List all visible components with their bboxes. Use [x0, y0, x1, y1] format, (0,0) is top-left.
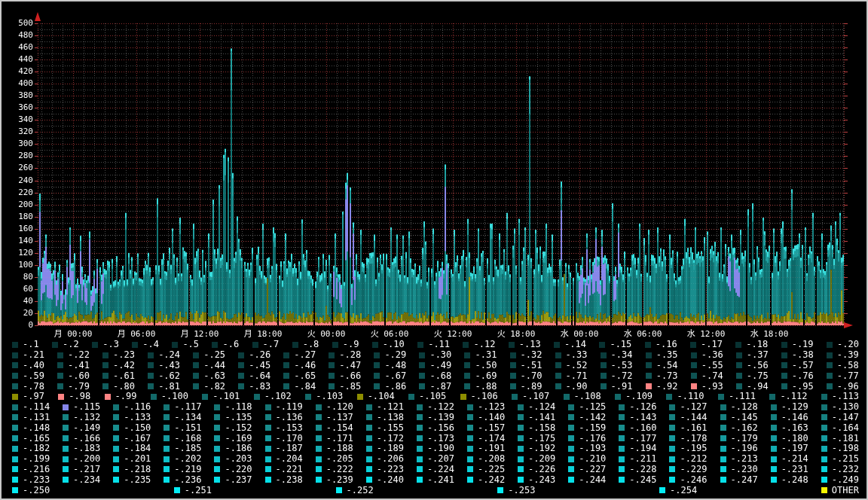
legend-item: -.170 — [265, 434, 303, 444]
legend-label: -.86 — [384, 382, 406, 392]
legend-swatch — [619, 466, 625, 472]
legend-label: -.234 — [73, 475, 100, 485]
legend-label: -.193 — [579, 444, 606, 453]
legend-label: -.157 — [478, 423, 505, 433]
legend-item: -.28 — [329, 350, 361, 360]
legend-item: -.247 — [720, 475, 758, 485]
legend-item: -.114 — [12, 402, 50, 412]
legend-swatch — [366, 435, 372, 441]
legend-swatch — [63, 477, 69, 483]
legend-label: -.121 — [377, 402, 404, 412]
legend-swatch — [238, 352, 244, 358]
legend-label: -.55 — [701, 361, 723, 370]
legend-item: -.30 — [419, 350, 451, 360]
legend-label: -.145 — [731, 413, 758, 422]
legend-item: -.106 — [460, 392, 498, 401]
legend-swatch — [827, 362, 833, 368]
legend-swatch — [164, 466, 170, 472]
legend-swatch — [568, 425, 574, 431]
legend-swatch — [12, 487, 18, 493]
legend-swatch — [417, 435, 423, 441]
legend-label: -.135 — [225, 413, 252, 422]
legend-row: -.216-.217-.218-.219-.220-.221-.222-.223… — [2, 465, 866, 475]
legend-swatch — [283, 373, 289, 379]
legend-label: -.11 — [428, 340, 450, 349]
legend-item: -.7 — [252, 340, 280, 349]
legend-item: -.254 — [659, 486, 697, 495]
legend-swatch — [691, 373, 697, 379]
legend-item: -.45 — [238, 361, 270, 370]
legend-label: -.196 — [731, 444, 758, 453]
legend-label: -.123 — [478, 402, 505, 412]
legend-item: -.130 — [821, 402, 859, 412]
legend-item: -.23 — [102, 350, 135, 360]
legend-label: -.164 — [832, 423, 859, 433]
legend-item: -.26 — [238, 350, 270, 360]
legend-item: -.25 — [193, 350, 225, 360]
legend-item: -.68 — [419, 371, 451, 381]
legend-item: -.193 — [568, 444, 606, 453]
legend-label: -.13 — [519, 340, 541, 349]
legend-label: -.178 — [680, 434, 707, 444]
legend-swatch — [781, 352, 787, 358]
legend-label: -.87 — [429, 382, 451, 392]
legend-item: -.83 — [238, 382, 270, 392]
legend-label: -.191 — [478, 444, 505, 453]
legend-label: -.3 — [102, 340, 119, 349]
legend-label: -.171 — [326, 434, 353, 444]
legend-swatch — [669, 477, 675, 483]
legend-swatch — [736, 383, 742, 389]
legend-label: -.88 — [475, 382, 497, 392]
legend-item: -.109 — [615, 392, 653, 401]
legend-label: -.2 — [63, 340, 79, 349]
legend-item: -.164 — [821, 423, 859, 433]
legend-label: -.165 — [23, 434, 50, 444]
legend-item: -.81 — [148, 382, 180, 392]
legend-label: -.139 — [427, 413, 454, 422]
legend-item: -.219 — [164, 465, 201, 474]
legend-swatch — [265, 425, 271, 431]
legend-swatch — [113, 435, 119, 441]
legend-item: -.179 — [720, 434, 758, 444]
legend-label: -.128 — [731, 402, 758, 412]
legend-label: -.146 — [781, 413, 808, 422]
legend-swatch — [669, 446, 675, 452]
legend-item: -.65 — [283, 371, 316, 381]
legend-swatch — [720, 456, 726, 462]
legend-swatch — [172, 342, 178, 348]
legend-swatch — [568, 435, 574, 441]
y-tick-label: 400 — [2, 79, 33, 88]
legend-swatch — [718, 394, 724, 400]
legend-item: -.152 — [214, 423, 252, 433]
legend-item: -.216 — [12, 465, 50, 474]
legend-label: -.67 — [384, 371, 406, 381]
legend-label: -.217 — [73, 465, 100, 474]
legend-swatch — [58, 394, 64, 400]
legend-item: -.39 — [827, 350, 859, 360]
legend-item: -.40 — [12, 361, 44, 370]
legend-item: -.238 — [265, 475, 303, 485]
legend-swatch — [193, 362, 199, 368]
legend-swatch — [148, 362, 154, 368]
legend-item: -.44 — [193, 361, 225, 370]
legend-label: -.40 — [23, 361, 44, 370]
legend-swatch — [690, 342, 696, 348]
legend-label: -.81 — [158, 382, 180, 392]
y-tick-label: 180 — [2, 212, 33, 221]
legend-item: -.150 — [113, 423, 151, 433]
legend-item: -.189 — [366, 444, 404, 453]
legend-label: -.31 — [475, 350, 497, 360]
legend-swatch — [555, 362, 561, 368]
legend-item: -.75 — [736, 371, 769, 381]
legend-item: -.143 — [619, 413, 656, 422]
legend-label: -.214 — [781, 454, 808, 464]
legend-label: -.80 — [113, 382, 135, 392]
legend-swatch — [252, 342, 258, 348]
legend-item: -.77 — [827, 371, 859, 381]
legend-item: -.14 — [554, 340, 586, 349]
legend-swatch — [827, 352, 833, 358]
legend-label: -.244 — [579, 475, 606, 485]
legend-row: -.40-.41-.42-.43-.44-.45-.46-.47-.48-.49… — [2, 361, 866, 371]
legend-swatch — [214, 446, 220, 452]
legend-label: -.240 — [377, 475, 404, 485]
